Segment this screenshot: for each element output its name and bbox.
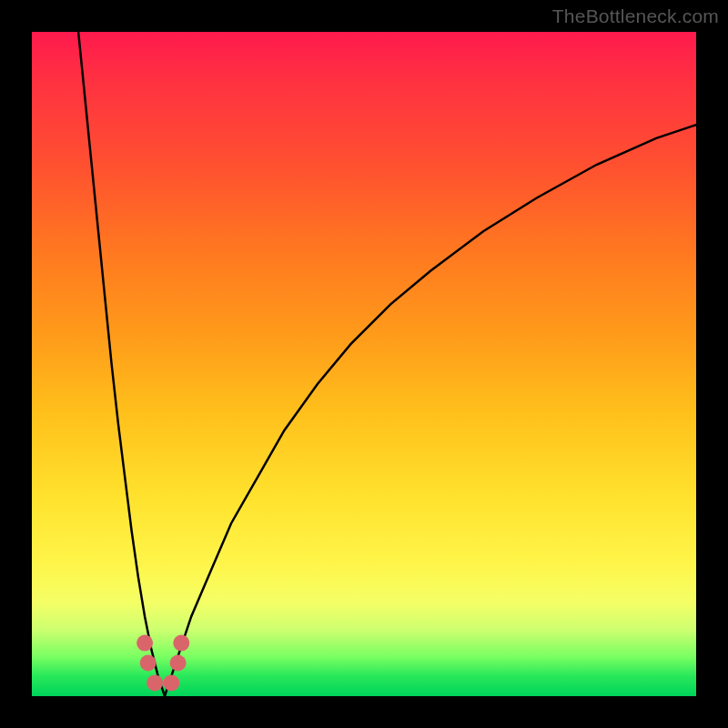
watermark-text: TheBottleneck.com: [552, 5, 719, 27]
curve-right-branch: [165, 125, 696, 696]
marker-dot: [173, 635, 189, 652]
curve-left-branch: [78, 32, 165, 696]
marker-dot: [140, 655, 157, 672]
chart-plot-area: [32, 32, 696, 696]
curve-lines: [78, 32, 696, 696]
marker-dot: [136, 635, 153, 652]
chart-svg: [32, 32, 696, 696]
marker-dot: [163, 674, 179, 691]
chart-frame: TheBottleneck.com: [0, 0, 728, 728]
marker-dots: [136, 635, 189, 692]
marker-dot: [147, 674, 163, 691]
marker-dot: [170, 655, 187, 672]
